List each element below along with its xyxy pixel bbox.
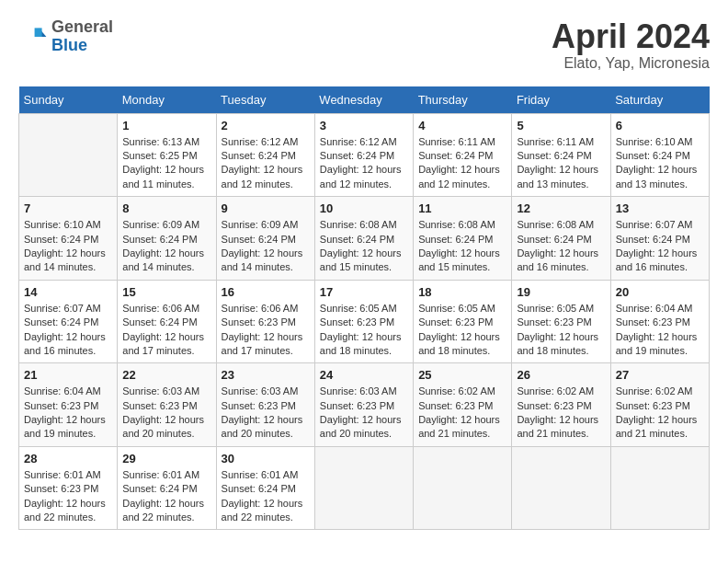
day-info: Sunrise: 6:07 AM Sunset: 6:24 PM Dayligh… (616, 218, 704, 275)
week-row-4: 21Sunrise: 6:04 AM Sunset: 6:23 PM Dayli… (19, 363, 710, 447)
day-number: 4 (418, 119, 506, 132)
calendar-cell: 17Sunrise: 6:05 AM Sunset: 6:23 PM Dayli… (314, 280, 413, 363)
day-number: 24 (320, 368, 408, 382)
weekday-monday: Monday (118, 86, 216, 114)
day-info: Sunrise: 6:04 AM Sunset: 6:23 PM Dayligh… (24, 385, 112, 442)
calendar-cell (19, 113, 118, 197)
logo-icon (18, 22, 48, 52)
calendar-cell: 30Sunrise: 6:01 AM Sunset: 6:24 PM Dayli… (216, 446, 314, 530)
day-info: Sunrise: 6:01 AM Sunset: 6:23 PM Dayligh… (24, 468, 112, 525)
calendar-cell: 21Sunrise: 6:04 AM Sunset: 6:23 PM Dayli… (19, 363, 118, 447)
calendar-cell: 13Sunrise: 6:07 AM Sunset: 6:24 PM Dayli… (610, 197, 709, 281)
day-number: 23 (222, 368, 310, 382)
calendar-cell: 8Sunrise: 6:09 AM Sunset: 6:24 PM Daylig… (118, 197, 216, 281)
logo: General Blue (18, 18, 113, 55)
day-info: Sunrise: 6:03 AM Sunset: 6:23 PM Dayligh… (222, 385, 310, 442)
week-row-5: 28Sunrise: 6:01 AM Sunset: 6:23 PM Dayli… (19, 446, 710, 530)
day-number: 16 (222, 285, 310, 299)
calendar-cell: 29Sunrise: 6:01 AM Sunset: 6:24 PM Dayli… (118, 446, 216, 530)
month-title: April 2024 (552, 18, 710, 55)
calendar-cell (610, 446, 709, 530)
day-number: 2 (222, 119, 310, 132)
calendar-cell: 7Sunrise: 6:10 AM Sunset: 6:24 PM Daylig… (19, 197, 118, 281)
day-number: 18 (418, 285, 506, 299)
calendar-cell: 26Sunrise: 6:02 AM Sunset: 6:23 PM Dayli… (512, 363, 610, 447)
day-number: 13 (616, 201, 704, 215)
day-number: 30 (222, 452, 310, 465)
calendar-cell: 18Sunrise: 6:05 AM Sunset: 6:23 PM Dayli… (414, 280, 512, 363)
calendar-body: 1Sunrise: 6:13 AM Sunset: 6:25 PM Daylig… (19, 113, 710, 530)
day-number: 12 (517, 201, 605, 215)
day-number: 26 (517, 368, 605, 382)
calendar-cell: 25Sunrise: 6:02 AM Sunset: 6:23 PM Dayli… (414, 363, 512, 447)
day-number: 9 (222, 201, 310, 215)
day-info: Sunrise: 6:02 AM Sunset: 6:23 PM Dayligh… (517, 385, 605, 442)
day-info: Sunrise: 6:05 AM Sunset: 6:23 PM Dayligh… (517, 302, 605, 359)
day-info: Sunrise: 6:06 AM Sunset: 6:24 PM Dayligh… (122, 302, 210, 359)
week-row-3: 14Sunrise: 6:07 AM Sunset: 6:24 PM Dayli… (19, 280, 710, 363)
day-number: 1 (122, 119, 210, 132)
day-info: Sunrise: 6:09 AM Sunset: 6:24 PM Dayligh… (222, 218, 310, 275)
day-number: 8 (122, 201, 210, 215)
day-info: Sunrise: 6:04 AM Sunset: 6:23 PM Dayligh… (616, 302, 704, 359)
calendar-cell: 6Sunrise: 6:10 AM Sunset: 6:24 PM Daylig… (610, 113, 709, 197)
calendar-cell: 20Sunrise: 6:04 AM Sunset: 6:23 PM Dayli… (610, 280, 709, 363)
calendar-cell: 24Sunrise: 6:03 AM Sunset: 6:23 PM Dayli… (314, 363, 413, 447)
day-number: 29 (122, 452, 210, 465)
weekday-friday: Friday (512, 86, 610, 114)
calendar-cell: 2Sunrise: 6:12 AM Sunset: 6:24 PM Daylig… (216, 113, 314, 197)
day-number: 20 (616, 285, 704, 299)
day-number: 21 (24, 368, 112, 382)
day-info: Sunrise: 6:12 AM Sunset: 6:24 PM Dayligh… (222, 135, 310, 192)
day-info: Sunrise: 6:08 AM Sunset: 6:24 PM Dayligh… (517, 218, 605, 275)
calendar-cell: 3Sunrise: 6:12 AM Sunset: 6:24 PM Daylig… (314, 113, 413, 197)
day-number: 7 (24, 201, 112, 215)
calendar-cell (314, 446, 413, 530)
week-row-2: 7Sunrise: 6:10 AM Sunset: 6:24 PM Daylig… (19, 197, 710, 281)
logo-blue-text: Blue (51, 37, 113, 55)
location: Elato, Yap, Micronesia (552, 55, 710, 72)
day-number: 11 (418, 201, 506, 215)
calendar-cell: 9Sunrise: 6:09 AM Sunset: 6:24 PM Daylig… (216, 197, 314, 281)
title-area: April 2024 Elato, Yap, Micronesia (552, 18, 710, 72)
weekday-thursday: Thursday (414, 86, 512, 114)
day-number: 3 (320, 119, 408, 132)
day-number: 28 (24, 452, 112, 465)
day-info: Sunrise: 6:13 AM Sunset: 6:25 PM Dayligh… (122, 135, 210, 192)
logo-general-text: General (51, 18, 113, 37)
calendar-cell: 4Sunrise: 6:11 AM Sunset: 6:24 PM Daylig… (414, 113, 512, 197)
day-number: 10 (320, 201, 408, 215)
day-info: Sunrise: 6:07 AM Sunset: 6:24 PM Dayligh… (24, 302, 112, 359)
day-info: Sunrise: 6:05 AM Sunset: 6:23 PM Dayligh… (418, 302, 506, 359)
week-row-1: 1Sunrise: 6:13 AM Sunset: 6:25 PM Daylig… (19, 113, 710, 197)
day-info: Sunrise: 6:02 AM Sunset: 6:23 PM Dayligh… (418, 385, 506, 442)
day-info: Sunrise: 6:08 AM Sunset: 6:24 PM Dayligh… (320, 218, 408, 275)
calendar-header: SundayMondayTuesdayWednesdayThursdayFrid… (19, 86, 710, 114)
day-info: Sunrise: 6:05 AM Sunset: 6:23 PM Dayligh… (320, 302, 408, 359)
day-info: Sunrise: 6:06 AM Sunset: 6:23 PM Dayligh… (222, 302, 310, 359)
weekday-sunday: Sunday (19, 86, 118, 114)
day-number: 6 (616, 119, 704, 132)
calendar-cell: 12Sunrise: 6:08 AM Sunset: 6:24 PM Dayli… (512, 197, 610, 281)
day-number: 17 (320, 285, 408, 299)
calendar-cell (414, 446, 512, 530)
day-info: Sunrise: 6:01 AM Sunset: 6:24 PM Dayligh… (222, 468, 310, 525)
day-info: Sunrise: 6:08 AM Sunset: 6:24 PM Dayligh… (418, 218, 506, 275)
day-info: Sunrise: 6:10 AM Sunset: 6:24 PM Dayligh… (616, 135, 704, 192)
weekday-saturday: Saturday (610, 86, 709, 114)
calendar-cell (512, 446, 610, 530)
calendar-cell: 27Sunrise: 6:02 AM Sunset: 6:23 PM Dayli… (610, 363, 709, 447)
day-info: Sunrise: 6:01 AM Sunset: 6:24 PM Dayligh… (122, 468, 210, 525)
calendar-cell: 15Sunrise: 6:06 AM Sunset: 6:24 PM Dayli… (118, 280, 216, 363)
calendar-cell: 1Sunrise: 6:13 AM Sunset: 6:25 PM Daylig… (118, 113, 216, 197)
day-info: Sunrise: 6:09 AM Sunset: 6:24 PM Dayligh… (122, 218, 210, 275)
weekday-tuesday: Tuesday (216, 86, 314, 114)
day-info: Sunrise: 6:03 AM Sunset: 6:23 PM Dayligh… (320, 385, 408, 442)
day-info: Sunrise: 6:11 AM Sunset: 6:24 PM Dayligh… (517, 135, 605, 192)
day-number: 27 (616, 368, 704, 382)
calendar-cell: 19Sunrise: 6:05 AM Sunset: 6:23 PM Dayli… (512, 280, 610, 363)
calendar-cell: 23Sunrise: 6:03 AM Sunset: 6:23 PM Dayli… (216, 363, 314, 447)
weekday-header-row: SundayMondayTuesdayWednesdayThursdayFrid… (19, 86, 710, 114)
calendar-table: SundayMondayTuesdayWednesdayThursdayFrid… (18, 86, 710, 531)
svg-marker-1 (35, 28, 42, 37)
